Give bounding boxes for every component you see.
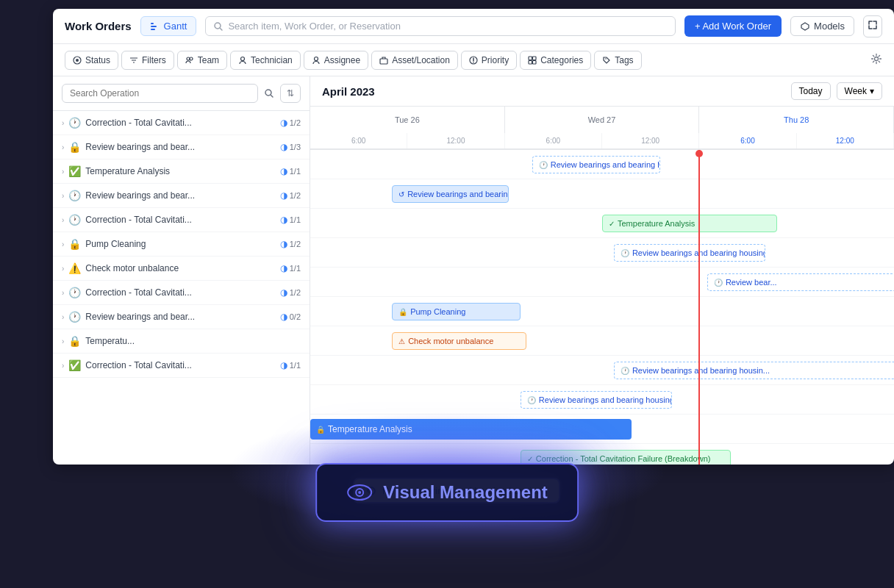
tags-filter[interactable]: Tags (594, 51, 641, 70)
gantt-row: 🕐 Review bearings and bearing housings (310, 238, 894, 268)
gantt-days-row: Tue 26 Wed 27 Thu 28 (310, 107, 894, 133)
svg-line-25 (271, 96, 273, 98)
wo-name: Temperature Analysis (85, 166, 275, 176)
work-order-item[interactable]: › 🕐 Correction - Total Cavitati... ◑ 1/2 (53, 111, 310, 135)
gantt-icon (150, 21, 160, 32)
status-warn-icon: ⚠️ (68, 262, 81, 274)
search-operation-bar: ⇅ (53, 76, 310, 111)
gantt-row: ✓ Temperature Analysis (310, 209, 894, 238)
wo-progress: ◑ 1/2 (280, 190, 301, 201)
time-12-1: 12:00 (407, 133, 504, 148)
work-order-item[interactable]: › 🔒 Pump Cleaning ◑ 1/2 (53, 232, 310, 257)
visual-management-tooltip[interactable]: Visual Management (315, 463, 579, 522)
app-window: Work Orders Gantt Search item, Work Orde… (53, 9, 894, 465)
expand-icon (868, 20, 878, 30)
categories-filter[interactable]: Categories (520, 51, 591, 70)
main-search[interactable]: Search item, Work Order, or Reservation (205, 16, 676, 36)
status-filter[interactable]: Status (65, 51, 118, 70)
work-order-item[interactable]: › 🕐 Correction - Total Cavitati... ◑ 1/2 (53, 281, 310, 305)
svg-rect-14 (380, 59, 387, 64)
gantt-bar[interactable]: 🕐 Review bearings and bearing housin... (614, 362, 894, 379)
status-clock-icon: 🕐 (68, 311, 81, 323)
expand-arrow: › (62, 362, 64, 370)
wo-name: Correction - Total Cavitati... (85, 215, 275, 225)
gantt-row: 🕐 Review bearings and bearing housings (310, 150, 894, 179)
work-order-item[interactable]: › ✅ Temperature Analysis ◑ 1/1 (53, 159, 310, 184)
svg-point-23 (875, 57, 879, 60)
technician-icon (238, 56, 247, 65)
gantt-row: 🔒 Pump Cleaning (310, 297, 894, 326)
bar-clock-icon: 🕐 (527, 396, 536, 404)
work-order-item[interactable]: › 🔒 Review bearings and bear... ◑ 1/3 (53, 135, 310, 159)
expand-arrow: › (62, 119, 64, 127)
svg-rect-0 (151, 23, 154, 24)
gantt-row: 🕐 Review bearings and bearing housings (310, 385, 894, 415)
svg-rect-21 (533, 60, 537, 64)
work-order-item[interactable]: › ✅ Correction - Total Cavitati... ◑ 1/1 (53, 354, 310, 378)
gantt-row: 🔒 Temperature Analysis (310, 415, 894, 444)
wo-name: Temperatu... (85, 336, 296, 346)
priority-filter[interactable]: Priority (461, 51, 517, 70)
week-button[interactable]: Week ▾ (837, 82, 882, 100)
gantt-bar[interactable]: 🔒 Pump Cleaning (392, 303, 521, 320)
main-content: ⇅ › 🕐 Correction - Total Cavitati... ◑ 1… (53, 76, 894, 465)
operation-search-icon (264, 88, 274, 98)
models-button[interactable]: Models (790, 16, 854, 36)
expand-button[interactable] (863, 15, 882, 37)
gantt-area: April 2023 Today Week ▾ Tue 26 (310, 76, 894, 465)
assignee-filter[interactable]: Assignee (304, 51, 368, 70)
work-order-item[interactable]: › 🕐 Review bearings and bear... ◑ 1/2 (53, 184, 310, 208)
asset-location-filter[interactable]: Asset/Location (371, 51, 458, 70)
work-order-item[interactable]: › 🕐 Correction - Total Cavitati... ◑ 1/1 (53, 208, 310, 232)
gantt-bar-highlighted[interactable]: 🔒 Temperature Analysis (310, 419, 632, 440)
gantt-month-label: April 2023 (322, 85, 375, 98)
svg-point-11 (190, 57, 193, 60)
gantt-day-tue26: Tue 26 (310, 107, 505, 133)
gantt-bar[interactable]: ↺ Review bearings and bearing housings (392, 185, 509, 203)
svg-point-13 (314, 57, 318, 60)
column-settings-button[interactable] (870, 53, 882, 68)
work-order-item[interactable]: › 🕐 Review bearings and bear... ◑ 0/2 (53, 305, 310, 329)
svg-point-17 (473, 62, 474, 63)
svg-point-22 (605, 58, 607, 60)
svg-rect-2 (151, 29, 155, 30)
today-button[interactable]: Today (791, 82, 831, 100)
gantt-bar[interactable]: 🕐 Review bearings and bearing housings (614, 244, 765, 262)
wo-progress: ◑ 1/2 (280, 239, 301, 249)
work-order-item[interactable]: › 🔒 Temperatu... (53, 329, 310, 354)
gantt-bar[interactable]: 🕐 Review bearings and bearing housings (521, 391, 672, 409)
wo-progress: ◑ 1/1 (280, 263, 301, 273)
bar-clock-icon: 🕐 (621, 367, 629, 375)
search-operation-input[interactable] (62, 84, 258, 103)
add-work-order-button[interactable]: + Add Work Order (684, 15, 782, 37)
gantt-bar[interactable]: ✓ Temperature Analysis (602, 215, 777, 232)
wo-progress: ◑ 0/2 (280, 312, 301, 322)
svg-rect-18 (529, 57, 532, 60)
wo-name: Review bearings and bear... (85, 190, 275, 201)
settings-icon (870, 53, 882, 65)
svg-point-6 (76, 59, 79, 62)
team-icon (185, 56, 194, 65)
gantt-button[interactable]: Gantt (140, 16, 197, 36)
expand-arrow: › (62, 240, 64, 248)
time-6-2: 6:00 (505, 133, 602, 148)
sort-button[interactable]: ⇅ (280, 84, 301, 103)
status-lock-icon: 🔒 (68, 335, 81, 347)
asset-location-icon (379, 56, 388, 65)
technician-filter[interactable]: Technician (230, 51, 301, 70)
gantt-bar[interactable]: 🕐 Review bear... (707, 273, 894, 291)
priority-icon (469, 56, 478, 65)
gantt-bar[interactable]: ⚠ Check motor unbalance (392, 332, 526, 350)
categories-icon (528, 56, 537, 65)
status-check-icon: ✅ (68, 359, 81, 371)
work-order-item[interactable]: › ⚠️ Check motor unbalance ◑ 1/1 (53, 257, 310, 281)
status-filter-icon (73, 56, 82, 65)
expand-arrow: › (62, 313, 64, 321)
search-icon (213, 21, 224, 32)
gantt-bar[interactable]: 🕐 Review bearings and bearing housings (532, 156, 661, 173)
svg-point-28 (358, 491, 361, 494)
team-filter[interactable]: Team (177, 51, 227, 70)
filters-filter[interactable]: Filters (121, 51, 174, 70)
status-check-icon: ✅ (68, 165, 81, 177)
svg-rect-1 (151, 26, 157, 27)
